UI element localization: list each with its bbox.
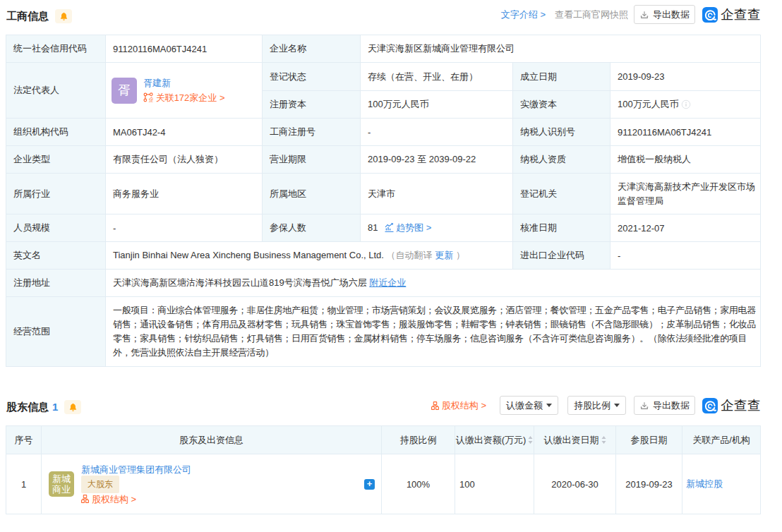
svg-text:企: 企 [148,96,153,102]
